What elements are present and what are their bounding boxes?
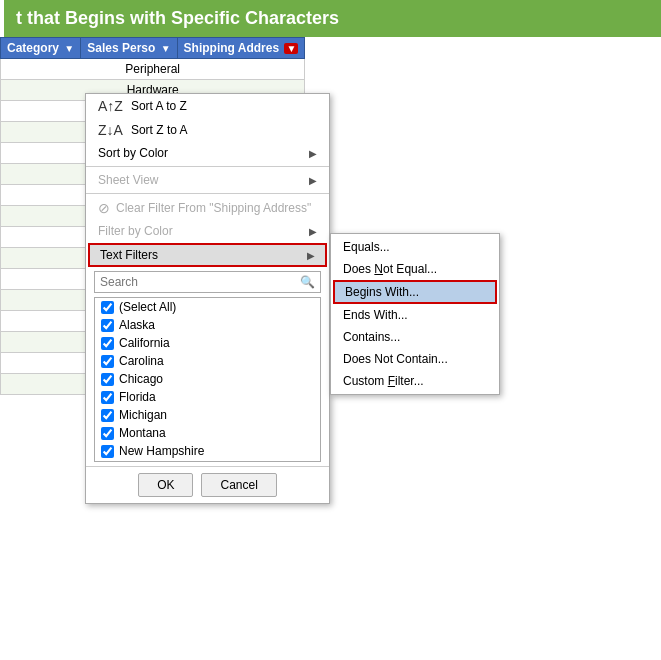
sort-z-a-item[interactable]: Z↓A Sort Z to A: [86, 118, 329, 142]
filter-shipping-icon[interactable]: ▼: [284, 43, 298, 54]
separator-2: [86, 193, 329, 194]
sort-by-color-label: Sort by Color: [98, 146, 168, 160]
clear-filter-icon: ⊘: [98, 200, 110, 216]
custom-filter-label: Custom Filter...: [343, 374, 424, 388]
checklist-checkbox[interactable]: [101, 373, 114, 386]
check-item[interactable]: Michigan: [95, 406, 320, 424]
ends-with-item[interactable]: Ends With...: [331, 304, 499, 326]
checklist-label: California: [119, 336, 170, 350]
sort-az-icon: A↑Z: [98, 98, 123, 114]
check-item[interactable]: California: [95, 334, 320, 352]
contains-item[interactable]: Contains...: [331, 326, 499, 348]
checklist-label: Florida: [119, 390, 156, 404]
sort-by-color-arrow-icon: ▶: [309, 148, 317, 159]
dropdown-footer: OK Cancel: [86, 466, 329, 503]
checklist-checkbox[interactable]: [101, 355, 114, 368]
filter-by-color-arrow-icon: ▶: [309, 226, 317, 237]
checklist-checkbox[interactable]: [101, 409, 114, 422]
check-item[interactable]: Florida: [95, 388, 320, 406]
checklist-checkbox[interactable]: [101, 301, 114, 314]
text-filters-arrow-icon: ▶: [307, 250, 315, 261]
clear-filter-item[interactable]: ⊘ Clear Filter From "Shipping Address": [86, 196, 329, 220]
th-category[interactable]: Category ▼: [1, 38, 81, 59]
checklist-label: Montana: [119, 426, 166, 440]
filter-category-icon[interactable]: ▼: [64, 43, 74, 54]
check-item[interactable]: Chicago: [95, 370, 320, 388]
check-item[interactable]: New York: [95, 460, 320, 462]
cancel-button[interactable]: Cancel: [201, 473, 276, 497]
check-item[interactable]: New Hampshire: [95, 442, 320, 460]
separator-1: [86, 166, 329, 167]
check-item[interactable]: Montana: [95, 424, 320, 442]
filter-by-color-item[interactable]: Filter by Color ▶: [86, 220, 329, 242]
th-sales[interactable]: Sales Perso ▼: [81, 38, 177, 59]
text-filters-submenu: Equals... Does Not Equal... Begins With.…: [330, 233, 500, 395]
text-filters-label: Text Filters: [100, 248, 158, 262]
sort-za-icon: Z↓A: [98, 122, 123, 138]
check-item[interactable]: Carolina: [95, 352, 320, 370]
equals-label: Equals...: [343, 240, 390, 254]
contains-label: Contains...: [343, 330, 400, 344]
ok-button[interactable]: OK: [138, 473, 193, 497]
sort-za-label: Sort Z to A: [131, 123, 188, 137]
equals-item[interactable]: Equals...: [331, 236, 499, 258]
does-not-contain-label: Does Not Contain...: [343, 352, 448, 366]
search-container: 🔍: [94, 271, 321, 293]
sort-by-color-item[interactable]: Sort by Color ▶: [86, 142, 329, 164]
sheet-view-item[interactable]: Sheet View ▶: [86, 169, 329, 191]
sheet-view-arrow-icon: ▶: [309, 175, 317, 186]
checklist-label: Alaska: [119, 318, 155, 332]
does-not-contain-item[interactable]: Does Not Contain...: [331, 348, 499, 370]
does-not-equal-label: Does Not Equal...: [343, 262, 437, 276]
checklist-checkbox[interactable]: [101, 427, 114, 440]
checklist-checkbox[interactable]: [101, 337, 114, 350]
checklist-checkbox[interactable]: [101, 319, 114, 332]
checklist-label: Michigan: [119, 408, 167, 422]
checklist-checkbox[interactable]: [101, 391, 114, 404]
checklist-label: (Select All): [119, 300, 176, 314]
clear-filter-label: Clear Filter From "Shipping Address": [116, 201, 311, 215]
check-item[interactable]: Alaska: [95, 316, 320, 334]
does-not-equal-item[interactable]: Does Not Equal...: [331, 258, 499, 280]
ends-with-label: Ends With...: [343, 308, 408, 322]
search-icon: 🔍: [295, 273, 320, 291]
checklist-label: Chicago: [119, 372, 163, 386]
th-shipping[interactable]: Shipping Addres ▼: [177, 38, 305, 59]
sheet-view-label: Sheet View: [98, 173, 159, 187]
sort-az-label: Sort A to Z: [131, 99, 187, 113]
checklist-checkbox[interactable]: [101, 445, 114, 458]
checklist-label: Carolina: [119, 354, 164, 368]
checklist-label: New Hampshire: [119, 444, 204, 458]
search-input[interactable]: [95, 272, 295, 292]
sort-a-z-item[interactable]: A↑Z Sort A to Z: [86, 94, 329, 118]
checklist: (Select All)AlaskaCaliforniaCarolinaChic…: [94, 297, 321, 462]
begins-with-label: Begins With...: [345, 285, 419, 299]
page-title: t that Begins with Specific Characters: [0, 0, 661, 37]
filter-by-color-label: Filter by Color: [98, 224, 173, 238]
custom-filter-item[interactable]: Custom Filter...: [331, 370, 499, 392]
filter-sales-icon[interactable]: ▼: [161, 43, 171, 54]
table-row: Peripheral: [1, 59, 305, 80]
text-filters-item[interactable]: Text Filters ▶: [88, 243, 327, 267]
check-item[interactable]: (Select All): [95, 298, 320, 316]
filter-dropdown: A↑Z Sort A to Z Z↓A Sort Z to A Sort by …: [85, 93, 330, 504]
begins-with-item[interactable]: Begins With...: [333, 280, 497, 304]
